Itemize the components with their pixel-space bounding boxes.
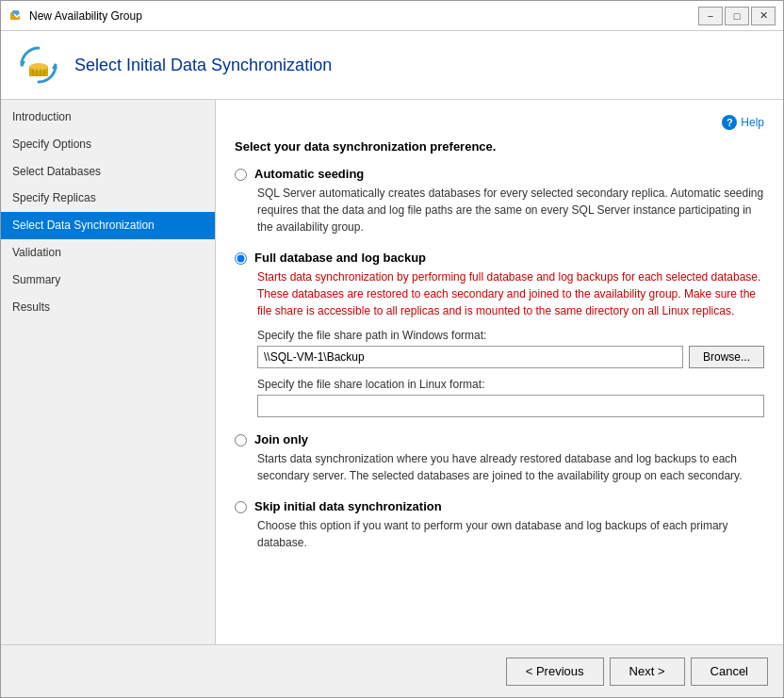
browse-button[interactable]: Browse...	[689, 346, 764, 368]
svg-point-6	[29, 63, 48, 71]
section-description: Select your data synchronization prefere…	[235, 139, 764, 154]
radio-join-only-label[interactable]: Join only	[235, 432, 764, 446]
help-label: Help	[741, 116, 764, 129]
linux-path-label: Specify the file share location in Linux…	[257, 378, 764, 391]
sidebar: Introduction Specify Options Select Data…	[1, 100, 216, 644]
join-only-title: Join only	[254, 432, 308, 446]
main-content: Introduction Specify Options Select Data…	[1, 100, 783, 644]
radio-full-backup[interactable]	[235, 252, 247, 265]
main-window: New Availability Group − □ ✕	[0, 0, 784, 698]
automatic-seeding-desc: SQL Server automatically creates databas…	[257, 185, 764, 235]
help-link[interactable]: ? Help	[722, 115, 764, 130]
maximize-button[interactable]: □	[725, 7, 749, 25]
windows-path-input[interactable]	[257, 346, 683, 368]
radio-full-backup-label[interactable]: Full database and log backup	[235, 251, 764, 265]
skip-initial-title: Skip initial data synchronization	[254, 499, 442, 513]
window-controls: − □ ✕	[698, 7, 776, 25]
sidebar-item-specify-replicas[interactable]: Specify Replicas	[1, 185, 215, 212]
footer: < Previous Next > Cancel	[1, 644, 783, 697]
next-button[interactable]: Next >	[610, 657, 685, 686]
minimize-button[interactable]: −	[698, 7, 723, 25]
skip-initial-desc: Choose this option if you want to perfor…	[257, 517, 764, 551]
content-area: ? Help Select your data synchronization …	[216, 100, 783, 644]
radio-join-only[interactable]	[235, 434, 247, 446]
windows-path-label: Specify the file share path in Windows f…	[257, 329, 764, 342]
sidebar-item-validation[interactable]: Validation	[1, 239, 215, 267]
header-icon	[16, 42, 61, 88]
radio-automatic-seeding[interactable]	[235, 169, 247, 181]
linux-path-input[interactable]	[257, 395, 764, 417]
option-automatic-seeding: Automatic seeding SQL Server automatical…	[235, 167, 764, 235]
automatic-seeding-title: Automatic seeding	[254, 167, 364, 181]
help-row: ? Help	[235, 115, 764, 130]
sidebar-item-select-data-sync[interactable]: Select Data Synchronization	[1, 212, 215, 239]
sidebar-item-results[interactable]: Results	[1, 294, 215, 321]
file-path-section: Specify the file share path in Windows f…	[257, 329, 764, 417]
cancel-button[interactable]: Cancel	[691, 657, 768, 686]
join-only-desc: Starts data synchronization where you ha…	[257, 450, 764, 484]
content-body: ? Help Select your data synchronization …	[216, 100, 783, 644]
close-button[interactable]: ✕	[751, 7, 776, 25]
option-skip-initial: Skip initial data synchronization Choose…	[235, 499, 764, 551]
full-backup-title: Full database and log backup	[254, 251, 426, 265]
window-title: New Availability Group	[29, 9, 698, 23]
sidebar-item-select-databases[interactable]: Select Databases	[1, 158, 215, 186]
option-join-only: Join only Starts data synchronization wh…	[235, 432, 764, 484]
header: Select Initial Data Synchronization	[1, 31, 783, 100]
sidebar-item-specify-options[interactable]: Specify Options	[1, 131, 215, 158]
full-backup-desc: Starts data synchronization by performin…	[257, 268, 764, 319]
windows-path-row: Browse...	[257, 346, 764, 368]
radio-skip-initial-label[interactable]: Skip initial data synchronization	[235, 499, 764, 513]
radio-automatic-seeding-label[interactable]: Automatic seeding	[235, 167, 764, 181]
radio-skip-initial[interactable]	[235, 501, 247, 513]
option-full-backup: Full database and log backup Starts data…	[235, 251, 764, 417]
sidebar-item-summary[interactable]: Summary	[1, 267, 215, 294]
previous-button[interactable]: < Previous	[506, 657, 604, 686]
header-title: Select Initial Data Synchronization	[74, 56, 332, 75]
help-icon: ?	[722, 115, 737, 130]
sidebar-item-introduction[interactable]: Introduction	[1, 104, 215, 131]
title-bar: New Availability Group − □ ✕	[1, 1, 783, 31]
window-icon	[8, 8, 24, 24]
